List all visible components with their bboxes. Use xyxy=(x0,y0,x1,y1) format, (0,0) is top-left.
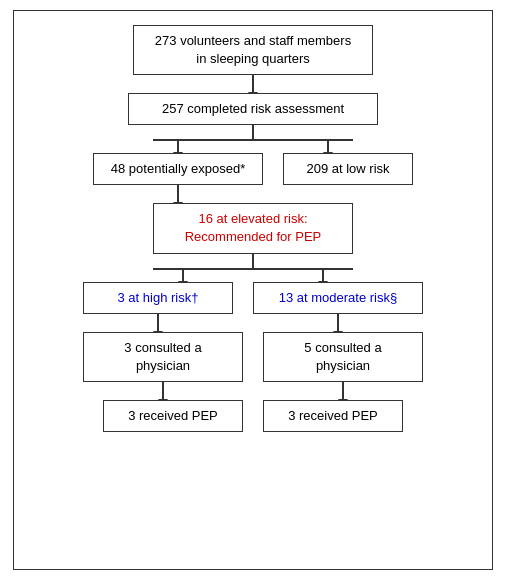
moderate-risk-text: 13 at moderate risk§ xyxy=(279,290,398,305)
elevated-text: 16 at elevated risk: Recommended for PEP xyxy=(185,211,322,244)
pep-right-text: 3 received PEP xyxy=(288,408,378,423)
pep-right-box: 3 received PEP xyxy=(263,400,403,432)
consult-left-text: 3 consulted a physician xyxy=(124,340,201,373)
low-risk-box: 209 at low risk xyxy=(283,153,413,185)
moderate-risk-box: 13 at moderate risk§ xyxy=(253,282,423,314)
completed-box: 257 completed risk assessment xyxy=(128,93,378,125)
elevated-box: 16 at elevated risk: Recommended for PEP xyxy=(153,203,353,253)
low-risk-text: 209 at low risk xyxy=(306,161,389,176)
volunteers-text: 273 volunteers and staff members in slee… xyxy=(155,33,351,66)
consult-right-text: 5 consulted a physician xyxy=(304,340,381,373)
pep-left-text: 3 received PEP xyxy=(128,408,218,423)
consult-left-box: 3 consulted a physician xyxy=(83,332,243,382)
flowchart: 273 volunteers and staff members in slee… xyxy=(13,10,493,570)
high-risk-text: 3 at high risk† xyxy=(118,290,199,305)
high-risk-box: 3 at high risk† xyxy=(83,282,233,314)
exposed-box: 48 potentially exposed* xyxy=(93,153,263,185)
volunteers-box: 273 volunteers and staff members in slee… xyxy=(133,25,373,75)
pep-left-box: 3 received PEP xyxy=(103,400,243,432)
consult-right-box: 5 consulted a physician xyxy=(263,332,423,382)
exposed-text: 48 potentially exposed* xyxy=(111,161,245,176)
completed-text: 257 completed risk assessment xyxy=(162,101,344,116)
